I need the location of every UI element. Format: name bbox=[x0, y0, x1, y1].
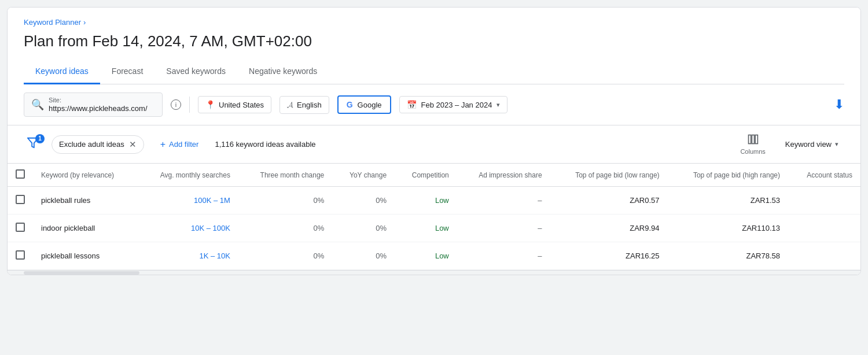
tab-saved-keywords[interactable]: Saved keywords bbox=[155, 60, 237, 84]
filter-toggle-button[interactable]: 1 bbox=[24, 135, 42, 154]
keywords-table: Keyword (by relevance) Avg. monthly sear… bbox=[8, 164, 860, 270]
row-checkbox-cell bbox=[8, 242, 33, 270]
site-url: https://www.pickleheads.com/ bbox=[49, 104, 148, 113]
download-icon: ⬇ bbox=[834, 97, 844, 112]
site-info: Site: https://www.pickleheads.com/ bbox=[49, 97, 148, 113]
columns-button[interactable]: Columns bbox=[735, 131, 770, 157]
tabs-container: Keyword ideas Forecast Saved keywords Ne… bbox=[24, 60, 844, 84]
table-row: pickleball lessons 1K – 10K 0% 0% Low – … bbox=[8, 242, 860, 270]
exclude-chip-label: Exclude adult ideas bbox=[59, 140, 124, 149]
header-competition: Competition bbox=[395, 164, 457, 187]
ideas-count: 1,116 keyword ideas available bbox=[215, 140, 315, 149]
row-account-status bbox=[788, 215, 860, 242]
tab-keyword-ideas[interactable]: Keyword ideas bbox=[24, 60, 100, 84]
site-label: Site: bbox=[49, 97, 148, 103]
filter-badge: 1 bbox=[35, 134, 45, 143]
row-top-bid-low: ZAR16.25 bbox=[550, 242, 668, 270]
table-body: pickleball rules 100K – 1M 0% 0% Low – Z… bbox=[8, 187, 860, 270]
tab-forecast[interactable]: Forecast bbox=[100, 60, 155, 84]
toolbar: 🔍 Site: https://www.pickleheads.com/ i 📍… bbox=[8, 84, 860, 125]
search-icon: 🔍 bbox=[31, 98, 44, 111]
date-range-filter[interactable]: 📅 Feb 2023 – Jan 2024 ▾ bbox=[399, 96, 508, 113]
columns-label: Columns bbox=[740, 148, 765, 155]
location-filter[interactable]: 📍 United States bbox=[198, 96, 271, 113]
header-top-bid-low: Top of page bid (low range) bbox=[550, 164, 668, 187]
row-yoy-change: 0% bbox=[332, 187, 395, 215]
row-competition: Low bbox=[395, 242, 457, 270]
row-checkbox[interactable] bbox=[16, 195, 25, 204]
plus-icon: + bbox=[160, 139, 165, 150]
keyword-view-button[interactable]: Keyword view ▾ bbox=[779, 136, 844, 152]
select-all-checkbox[interactable] bbox=[16, 169, 25, 179]
header-account-status: Account status bbox=[788, 164, 860, 187]
filter-bar: 1 Exclude adult ideas ✕ + Add filter 1,1… bbox=[8, 125, 860, 164]
scrollbar-area bbox=[8, 270, 860, 275]
table-header-row: Keyword (by relevance) Avg. monthly sear… bbox=[8, 164, 860, 187]
add-filter-label: Add filter bbox=[169, 140, 198, 149]
row-top-bid-high: ZAR1.53 bbox=[668, 187, 788, 215]
scrollbar-track[interactable] bbox=[24, 271, 139, 275]
header-ad-impression-share: Ad impression share bbox=[457, 164, 550, 187]
add-filter-button[interactable]: + Add filter bbox=[153, 136, 206, 153]
exclude-adult-chip[interactable]: Exclude adult ideas ✕ bbox=[52, 135, 144, 154]
table-row: pickleball rules 100K – 1M 0% 0% Low – Z… bbox=[8, 187, 860, 215]
row-avg-monthly: 100K – 1M bbox=[137, 187, 238, 215]
row-account-status bbox=[788, 242, 860, 270]
calendar-icon: 📅 bbox=[407, 100, 417, 109]
location-icon: 📍 bbox=[205, 100, 215, 109]
header-keyword: Keyword (by relevance) bbox=[33, 164, 137, 187]
row-checkbox[interactable] bbox=[16, 223, 25, 232]
language-label: English bbox=[297, 101, 322, 109]
google-logo: G bbox=[347, 100, 353, 109]
header-yoy-change: YoY change bbox=[332, 164, 395, 187]
row-avg-monthly: 1K – 10K bbox=[137, 242, 238, 270]
close-icon[interactable]: ✕ bbox=[129, 139, 137, 150]
tab-negative-keywords[interactable]: Negative keywords bbox=[237, 60, 329, 84]
header-three-month-change: Three month change bbox=[238, 164, 332, 187]
date-range-label: Feb 2023 – Jan 2024 bbox=[421, 101, 492, 109]
svg-rect-1 bbox=[749, 135, 751, 144]
row-competition: Low bbox=[395, 215, 457, 242]
search-engine-label: Google bbox=[358, 101, 382, 109]
language-icon: 𝓐 bbox=[287, 100, 293, 110]
row-top-bid-low: ZAR0.57 bbox=[550, 187, 668, 215]
row-ad-impression-share: – bbox=[457, 187, 550, 215]
row-three-month-change: 0% bbox=[238, 215, 332, 242]
info-icon[interactable]: i bbox=[171, 99, 181, 110]
site-search-box[interactable]: 🔍 Site: https://www.pickleheads.com/ bbox=[24, 93, 163, 117]
download-button[interactable]: ⬇ bbox=[834, 97, 844, 112]
date-chevron-icon: ▾ bbox=[496, 101, 500, 109]
svg-rect-2 bbox=[752, 135, 754, 144]
search-engine-filter[interactable]: G Google bbox=[337, 95, 391, 114]
svg-rect-3 bbox=[755, 135, 757, 144]
row-account-status bbox=[788, 187, 860, 215]
row-three-month-change: 0% bbox=[238, 187, 332, 215]
row-keyword: pickleball rules bbox=[33, 187, 137, 215]
main-container: Keyword Planner › Plan from Feb 14, 2024… bbox=[7, 7, 861, 275]
keyword-view-chevron: ▾ bbox=[835, 140, 838, 148]
location-label: United States bbox=[219, 101, 264, 109]
row-three-month-change: 0% bbox=[238, 242, 332, 270]
row-checkbox-cell bbox=[8, 215, 33, 242]
keyword-view-label: Keyword view bbox=[785, 140, 832, 149]
header-top-bid-high: Top of page bid (high range) bbox=[668, 164, 788, 187]
row-checkbox[interactable] bbox=[16, 250, 25, 260]
row-ad-impression-share: – bbox=[457, 215, 550, 242]
breadcrumb-chevron: › bbox=[83, 18, 86, 27]
row-yoy-change: 0% bbox=[332, 242, 395, 270]
row-competition: Low bbox=[395, 187, 457, 215]
columns-icon bbox=[747, 134, 759, 147]
breadcrumb-label: Keyword Planner bbox=[24, 18, 81, 27]
table-row: indoor pickleball 10K – 100K 0% 0% Low –… bbox=[8, 215, 860, 242]
header-checkbox-cell bbox=[8, 164, 33, 187]
divider-1 bbox=[189, 97, 190, 113]
row-ad-impression-share: – bbox=[457, 242, 550, 270]
language-filter[interactable]: 𝓐 English bbox=[279, 96, 329, 114]
row-top-bid-high: ZAR78.58 bbox=[668, 242, 788, 270]
row-keyword: pickleball lessons bbox=[33, 242, 137, 270]
row-top-bid-high: ZAR110.13 bbox=[668, 215, 788, 242]
row-top-bid-low: ZAR9.94 bbox=[550, 215, 668, 242]
header-avg-monthly: Avg. monthly searches bbox=[137, 164, 238, 187]
page-title: Plan from Feb 14, 2024, 7 AM, GMT+02:00 bbox=[24, 32, 844, 50]
breadcrumb[interactable]: Keyword Planner › bbox=[24, 18, 844, 27]
